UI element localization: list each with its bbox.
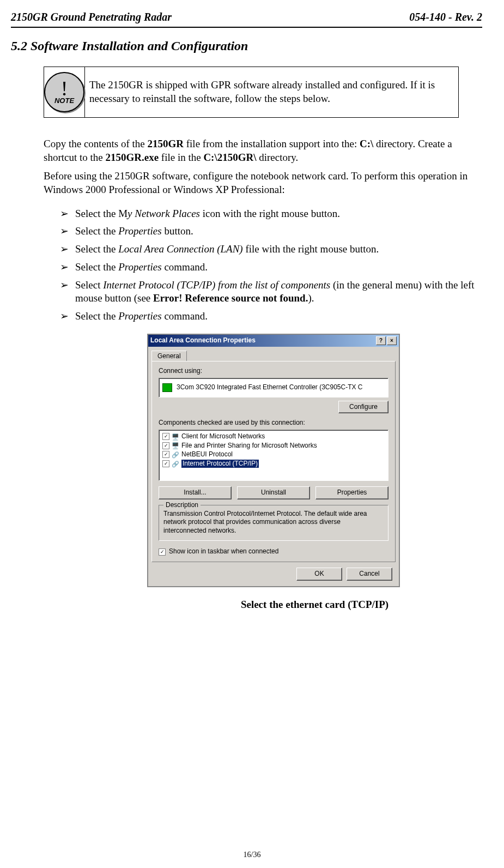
note-text: The 2150GR is shipped with GPR software … [85, 76, 458, 107]
section-heading: 5.2 Software Installation and Configurat… [11, 39, 482, 53]
text-italic: Internet Protocol (TCP/IP) from the list… [103, 279, 330, 291]
text: Select the M [75, 208, 127, 219]
text: Select the [75, 310, 118, 322]
show-icon-label: Show icon in taskbar when connected [169, 547, 278, 556]
text: Select the [75, 243, 118, 255]
dialog-titlebar[interactable]: Local Area Connection Properties ? × [148, 335, 399, 347]
checkbox-icon[interactable]: ✓ [162, 433, 169, 440]
configure-button[interactable]: Configure [338, 401, 388, 414]
list-item: Select the My Network Places icon with t… [60, 207, 482, 221]
uninstall-button[interactable]: Uninstall [237, 486, 310, 499]
instruction-list: Select the My Network Places icon with t… [60, 207, 482, 323]
text: Select the [75, 225, 118, 237]
text: directory. [257, 152, 299, 163]
note-icon-cell: ! NOTE [44, 67, 85, 117]
components-label: Components checked are used by this conn… [159, 419, 388, 427]
sharing-icon: 🖥️ [172, 442, 179, 449]
protocol-icon: 🔗 [172, 460, 179, 468]
text: button. [162, 225, 193, 237]
tab-general[interactable]: General [151, 351, 187, 362]
text: command. [162, 310, 208, 322]
text: file with the right mouse button. [243, 243, 379, 255]
text-italic: Local Area Connection (LAN) [118, 243, 243, 255]
protocol-icon: 🔗 [172, 451, 179, 459]
list-item: Select Internet Protocol (TCP/IP) from t… [60, 279, 482, 305]
checkbox-icon[interactable]: ✓ [162, 451, 169, 458]
header-rule [11, 27, 482, 28]
text-bold: 2150GR.exe [105, 152, 159, 163]
figure-caption: Select the ethernet card (TCP/IP) [147, 598, 482, 612]
list-item[interactable]: ✓ 🔗 Internet Protocol (TCP/IP) [162, 460, 385, 469]
text-bold: 2150GR [148, 138, 184, 149]
component-label: File and Printer Sharing for Microsoft N… [181, 442, 317, 450]
list-item: Select the Properties command. [60, 261, 482, 274]
note-icon: ! NOTE [44, 72, 84, 112]
exclamation-icon: ! [61, 80, 68, 97]
component-label: Client for Microsoft Networks [181, 432, 265, 441]
text: icon with the right mouse button. [200, 208, 340, 219]
paragraph-copy: Copy the contents of the 2150GR file fro… [44, 137, 482, 164]
list-item[interactable]: ✓ 🖥️ File and Printer Sharing for Micros… [162, 442, 385, 451]
text-bold: C:\ [360, 138, 373, 149]
lan-properties-dialog: Local Area Connection Properties ? × Gen… [147, 334, 400, 587]
description-legend: Description [163, 501, 201, 510]
list-item: Select the Local Area Connection (LAN) f… [60, 243, 482, 256]
ok-button[interactable]: OK [296, 568, 342, 581]
install-button[interactable]: Install... [159, 486, 232, 499]
note-callout: ! NOTE The 2150GR is shipped with GPR so… [44, 67, 459, 118]
text: Select the [75, 261, 118, 273]
text-italic: Properties [118, 310, 162, 322]
text: ). [308, 292, 314, 304]
text: command. [162, 261, 208, 273]
list-item[interactable]: ✓ 🔗 NetBEUI Protocol [162, 450, 385, 460]
text: Select [75, 279, 103, 291]
show-icon-checkbox[interactable]: ✓ [159, 548, 166, 556]
component-list[interactable]: ✓ 🖥️ Client for Microsoft Networks ✓ 🖥️ … [159, 430, 388, 481]
text-italic: y Network Places [127, 208, 200, 219]
checkbox-icon[interactable]: ✓ [162, 442, 169, 449]
connect-using-label: Connect using: [159, 367, 388, 376]
text-italic: Properties [118, 225, 162, 237]
description-text: Transmission Control Protocol/Internet P… [163, 510, 384, 535]
page-number: 16/36 [0, 851, 504, 859]
doc-title-right: 054-140 - Rev. 2 [409, 11, 482, 23]
component-label: NetBEUI Protocol [181, 450, 233, 459]
note-label: NOTE [54, 97, 74, 105]
list-item[interactable]: ✓ 🖥️ Client for Microsoft Networks [162, 432, 385, 442]
text-bold: Error! Reference source not found. [153, 292, 308, 304]
nic-name: 3Com 3C920 Integrated Fast Ethernet Cont… [177, 383, 363, 392]
checkbox-icon[interactable]: ✓ [162, 460, 169, 467]
nic-icon [162, 383, 172, 392]
text: file from the installation support into … [184, 138, 360, 149]
doc-title-left: 2150GR Ground Penetrating Radar [11, 11, 172, 23]
help-button[interactable]: ? [376, 336, 386, 345]
text: file in the [159, 152, 203, 163]
component-label-selected: Internet Protocol (TCP/IP) [181, 460, 259, 468]
close-button[interactable]: × [387, 336, 397, 345]
paragraph-configure: Before using the 2150GR software, config… [44, 170, 482, 196]
description-fieldset: Description Transmission Control Protoco… [159, 505, 388, 541]
cancel-button[interactable]: Cancel [347, 568, 392, 581]
client-icon: 🖥️ [172, 433, 179, 441]
list-item: Select the Properties command. [60, 310, 482, 323]
properties-button[interactable]: Properties [315, 486, 388, 499]
nic-field: 3Com 3C920 Integrated Fast Ethernet Cont… [159, 378, 388, 397]
text-bold: C:\2150GR\ [203, 152, 256, 163]
list-item: Select the Properties button. [60, 225, 482, 238]
text: Copy the contents of the [44, 138, 148, 149]
dialog-title: Local Area Connection Properties [150, 336, 256, 345]
text-italic: Properties [118, 261, 162, 273]
